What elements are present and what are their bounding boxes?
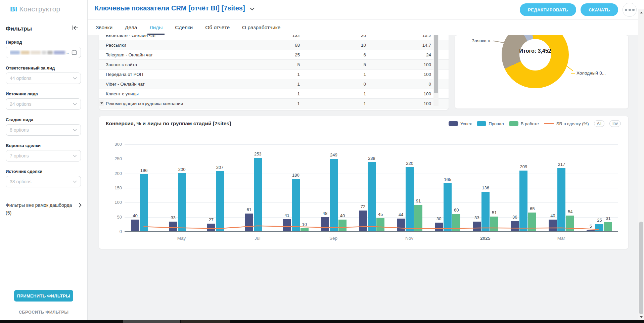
tab-calls[interactable]: Звонки	[96, 20, 112, 35]
legend-label: Успех	[460, 121, 472, 126]
filter-select-deal-source[interactable]: 38 options	[6, 176, 81, 187]
tab-deals[interactable]: Сделки	[175, 20, 193, 35]
cell-value: 1	[236, 82, 300, 87]
redacted-date-text	[42, 51, 46, 54]
triangle-down-icon	[640, 316, 643, 318]
table-scroll-down-button[interactable]	[99, 100, 104, 106]
legend-label: Провал	[489, 121, 504, 126]
filter-select-lead-stage[interactable]: 8 options	[6, 124, 81, 136]
outer-filters-count: (5)	[6, 210, 82, 216]
cell-value: 1	[300, 91, 366, 96]
legend-label: SR в сделку (%)	[556, 121, 589, 126]
cell-source-name: Рекомендации сотрудника компании	[99, 101, 236, 106]
chevron-down-icon	[73, 129, 77, 131]
edit-button[interactable]: РЕДАКТИРОВАТЬ	[520, 3, 576, 16]
chart-button-inv[interactable]: Inv	[609, 120, 621, 127]
chart-plot-area: 4019633200May2720761253Jul41180104824940…	[125, 144, 618, 232]
donut-label-holodny: Холодный З...	[577, 71, 606, 76]
y-axis-tick: 200	[106, 171, 122, 176]
y-axis-tick: 100	[106, 200, 122, 205]
redacted-date-text	[31, 51, 41, 54]
cell-value: 5	[300, 62, 366, 67]
cell-value: 100	[366, 91, 431, 96]
outer-filters-toggle[interactable]: Фильтры вне рамок дашборда (5)	[6, 202, 82, 216]
more-menu-button[interactable]	[623, 3, 637, 17]
reset-filters-button[interactable]: СБРОСИТЬ ФИЛЬТРЫ	[0, 309, 87, 315]
chevron-down-icon	[73, 103, 77, 105]
ellipsis-icon	[625, 9, 627, 11]
y-axis-tick: 0	[106, 229, 122, 234]
legend-item-1[interactable]: Провал	[477, 121, 504, 126]
tab-about-developer[interactable]: О разработчике	[242, 20, 280, 35]
select-value: 24 options	[10, 101, 73, 107]
cell-value: 100	[366, 62, 431, 67]
report-tab-bar: ЗвонкиДелаЛидыСделкиОб отчётеО разработч…	[88, 20, 644, 35]
date-range-input-period[interactable]: ..	[6, 47, 81, 58]
filter-label-deal-funnel: Воронка сделки	[6, 143, 41, 148]
dashboard-title-dropdown[interactable]: Ключевые показатели CRM [отчёт BI] [7sit…	[95, 4, 255, 12]
table-row: ВКонтакте - Онлайн чат1322015.2	[99, 35, 449, 40]
filter-label-lead-stage: Стадия лида	[6, 117, 33, 122]
app-header: BI Конструктор Ключевые показатели CRM […	[0, 0, 644, 19]
redacted-date-text	[54, 51, 65, 54]
cell-source-name: Viber - Онлайн чат	[99, 82, 236, 87]
filter-select-lead-source[interactable]: 24 options	[6, 98, 81, 110]
filter-select-responsible-for-lead[interactable]: 44 options	[6, 73, 81, 84]
filters-sidebar: Фильтры Период..Ответственный за лид44 o…	[0, 19, 87, 320]
cell-source-name: Telegram - Онлайн чат	[99, 52, 236, 57]
legend-item-sr-line[interactable]: SR в сделку (%)	[544, 121, 589, 126]
cell-value: 14.7	[366, 43, 431, 48]
tab-about-report[interactable]: Об отчёте	[205, 20, 230, 35]
chevron-down-icon	[250, 7, 255, 10]
legend-item-2[interactable]: В работе	[509, 121, 539, 126]
table-scrollbar-thumb[interactable]	[434, 35, 438, 93]
outer-filters-label: Фильтры вне рамок дашборда	[6, 202, 72, 208]
sidebar-divider	[87, 0, 88, 320]
select-value: 38 options	[10, 179, 73, 184]
redacted-date-text	[21, 51, 30, 54]
cell-value: 0	[300, 82, 366, 87]
x-axis-tick: May	[170, 236, 193, 241]
chart-button-all[interactable]: All	[594, 120, 604, 127]
cell-value: 24	[366, 52, 431, 57]
cell-value: 100	[366, 101, 431, 106]
tab-tasks[interactable]: Дела	[125, 20, 137, 35]
date-ellipsis: ..	[66, 50, 69, 55]
scroll-up-button[interactable]	[638, 10, 644, 15]
collapse-sidebar-icon[interactable]	[72, 25, 79, 32]
cell-value: 0	[366, 82, 431, 87]
cell-source-name: Рассылки	[99, 43, 236, 48]
legend-swatch	[449, 121, 458, 126]
x-axis-tick: Nov	[398, 236, 421, 241]
filter-select-deal-funnel[interactable]: 7 options	[6, 150, 81, 162]
logo-bi: BI	[10, 5, 17, 13]
donut-hole	[519, 39, 551, 71]
page-scrollbar[interactable]	[638, 9, 644, 320]
select-value: 8 options	[10, 127, 73, 133]
x-axis-tick: Sep	[322, 236, 345, 241]
donut-label-zayavka: Заявка н...	[472, 38, 494, 43]
download-button[interactable]: СКАЧАТЬ	[581, 3, 618, 16]
logo-name: Конструктор	[19, 5, 60, 13]
filter-label-lead-source: Источник лида	[6, 91, 38, 96]
page-scrollbar-thumb[interactable]	[639, 222, 643, 314]
legend-item-0[interactable]: Успех	[449, 121, 472, 126]
scroll-down-button[interactable]	[638, 315, 644, 319]
legend-line-swatch	[544, 123, 554, 124]
table-row: Звонок с сайта55100	[99, 60, 449, 70]
table-row: Рекомендации сотрудника компании11100	[99, 99, 449, 108]
y-axis-tick: 250	[106, 156, 122, 161]
chart-legend: УспехПровалВ работеSR в сделку (%)AllInv	[449, 120, 621, 127]
cell-source-name: Звонок с сайта	[99, 62, 236, 67]
leads-donut-card: Итого: 3,452 Заявка н... Холодный З...	[455, 35, 629, 109]
donut-leader-line	[571, 73, 575, 74]
table-scrollbar[interactable]	[433, 35, 439, 106]
table-row: Клиент с улицы11100	[99, 89, 449, 99]
cell-value: 1	[236, 72, 300, 77]
tab-leads[interactable]: Лиды	[149, 20, 163, 35]
redacted-date-text	[47, 51, 53, 54]
legend-swatch	[509, 121, 518, 126]
apply-filters-button[interactable]: ПРИМЕНИТЬ ФИЛЬТРЫ	[14, 290, 73, 302]
chart-title: Конверсия, % и лиды по группам стадий [7…	[106, 121, 231, 127]
y-axis-tick: 300	[106, 142, 122, 147]
